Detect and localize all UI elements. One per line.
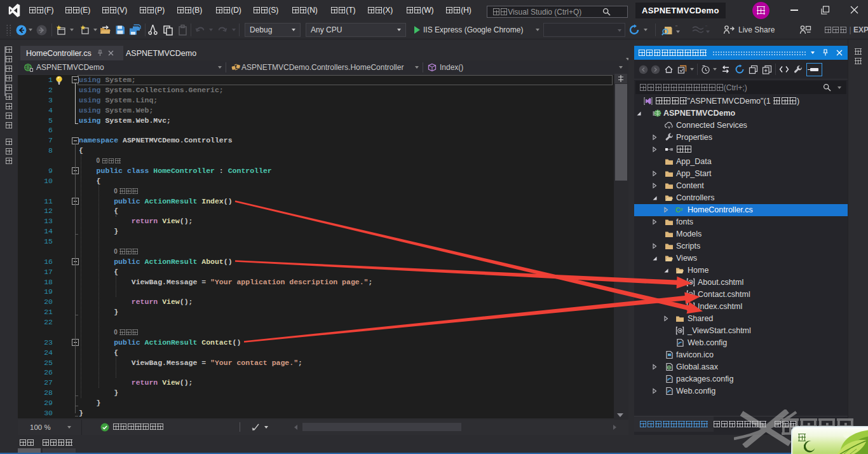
svg-text:#: # xyxy=(680,207,683,212)
